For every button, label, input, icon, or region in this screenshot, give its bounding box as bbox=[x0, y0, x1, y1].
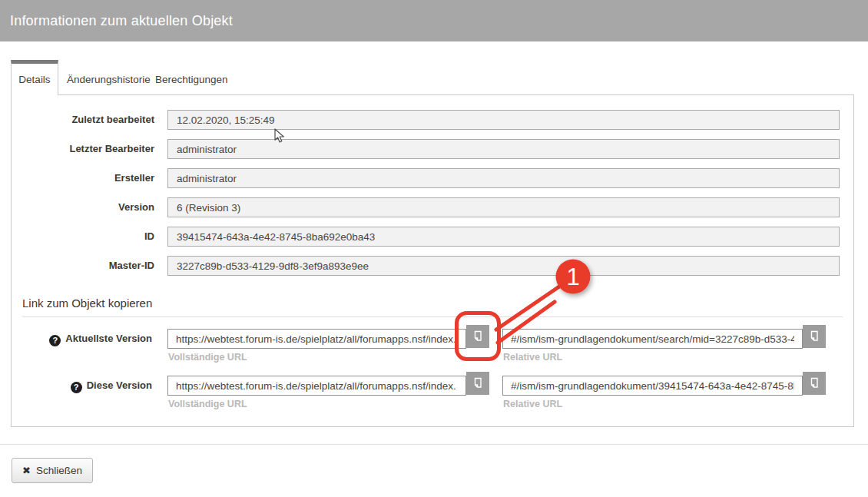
field-input-id[interactable] bbox=[167, 227, 840, 247]
copy-relative-url-button-aktuellste-version[interactable] bbox=[803, 325, 826, 348]
copy-full-url-button-diese-version[interactable] bbox=[466, 372, 489, 395]
field-label-version: Version bbox=[12, 197, 154, 217]
field-input-letzter-bearbeiter[interactable] bbox=[167, 139, 840, 159]
copy-icon bbox=[472, 330, 484, 343]
close-button[interactable]: ✖ Schließen bbox=[12, 458, 93, 483]
field-label-master-id: Master-ID bbox=[12, 256, 154, 276]
copy-full-url-button-aktuellste-version[interactable] bbox=[466, 325, 489, 348]
help-icon[interactable]: ? bbox=[71, 382, 82, 393]
link-row-aktuellste-version-label: ?Aktuellste Version bbox=[12, 329, 152, 349]
dialog-title: Informationen zum aktuellen Objekt bbox=[10, 13, 233, 29]
tab-berechtigungen-label: Berechtigungen bbox=[155, 74, 228, 85]
field-input-ersteller[interactable] bbox=[167, 168, 840, 188]
footer-divider bbox=[0, 444, 868, 445]
field-label-id: ID bbox=[12, 227, 154, 247]
close-button-label: Schließen bbox=[36, 465, 82, 476]
relative-url-hint: Relative URL bbox=[503, 399, 562, 409]
tab-details[interactable]: Details bbox=[11, 60, 58, 95]
tab-details-label: Details bbox=[18, 74, 50, 85]
full-url-hint: Vollständige URL bbox=[168, 352, 247, 363]
copy-relative-url-button-diese-version[interactable] bbox=[803, 372, 826, 395]
field-label-ersteller: Ersteller bbox=[12, 168, 154, 188]
copy-icon bbox=[808, 377, 820, 389]
close-x-icon: ✖ bbox=[22, 465, 31, 476]
details-panel: Zuletzt bearbeitet Letzter Bearbeiter Er… bbox=[11, 94, 854, 427]
relative-url-input-aktuellste-version[interactable] bbox=[502, 329, 803, 349]
link-section-heading: Link zum Objekt kopieren bbox=[22, 297, 843, 317]
relative-url-input-diese-version[interactable] bbox=[502, 376, 803, 396]
full-url-input-aktuellste-version[interactable] bbox=[167, 329, 466, 349]
tab-aenderungshistorie-label: Änderungshistorie bbox=[67, 74, 151, 85]
link-row-diese-version-label: ?Diese Version bbox=[12, 376, 152, 396]
full-url-hint: Vollständige URL bbox=[168, 399, 247, 409]
field-label-zuletzt-bearbeitet: Zuletzt bearbeitet bbox=[12, 110, 154, 130]
field-input-master-id[interactable] bbox=[167, 256, 840, 276]
copy-icon bbox=[808, 330, 820, 343]
field-label-letzter-bearbeiter: Letzter Bearbeiter bbox=[12, 139, 154, 159]
relative-url-hint: Relative URL bbox=[503, 352, 562, 363]
help-icon[interactable]: ? bbox=[49, 335, 61, 346]
field-input-zuletzt-bearbeitet[interactable] bbox=[167, 110, 840, 130]
copy-icon bbox=[472, 377, 484, 389]
tab-aenderungshistorie[interactable]: Änderungshistorie bbox=[67, 64, 151, 94]
field-input-version[interactable] bbox=[167, 197, 840, 217]
dialog-title-bar: Informationen zum aktuellen Objekt bbox=[0, 0, 868, 41]
tab-berechtigungen[interactable]: Berechtigungen bbox=[155, 64, 228, 94]
full-url-input-diese-version[interactable] bbox=[167, 376, 466, 396]
